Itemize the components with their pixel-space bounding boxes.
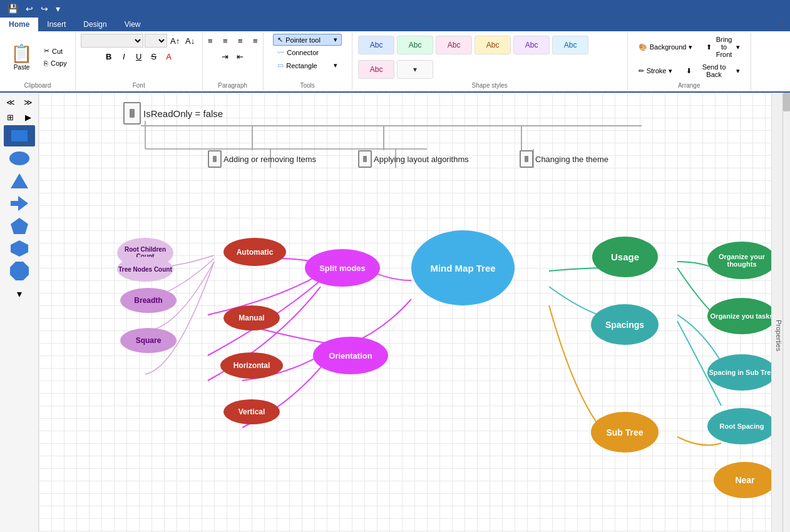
background-icon: 🎨 (639, 43, 647, 51)
pentagon-shape-button[interactable] (4, 215, 35, 237)
copy-button[interactable]: ⎘ Copy (41, 58, 70, 69)
rect-dropdown-icon: ▾ (334, 61, 337, 69)
strikethrough-button[interactable]: S (147, 49, 161, 63)
shape-style-3[interactable]: Abc (436, 36, 472, 54)
align-right-button[interactable]: ≡ (233, 34, 247, 48)
ribbon-collapse-button[interactable]: ∧ (774, 18, 790, 31)
cut-icon: ✂ (44, 47, 49, 55)
orientation-node[interactable]: Orientation (313, 337, 388, 374)
outdent-button[interactable]: ⇤ (233, 49, 247, 63)
cut-button[interactable]: ✂ Cut (41, 45, 70, 57)
rectangle-tool-button[interactable]: ▭ Rectangle ▾ (273, 59, 342, 71)
shape-style-2[interactable]: Abc (397, 36, 433, 54)
ellipse-shape-button[interactable] (4, 148, 35, 169)
svg-marker-5 (11, 240, 28, 257)
automatic-node[interactable]: Automatic (223, 238, 286, 266)
tab-home[interactable]: Home (0, 18, 38, 31)
tab-view[interactable]: View (116, 18, 150, 31)
breadth-node[interactable]: Breadth (120, 288, 177, 313)
stroke-button[interactable]: ✏ Stroke ▾ (633, 61, 679, 80)
bold-button[interactable]: B (102, 49, 116, 63)
shape-styles-label: Shape styles (472, 82, 508, 89)
shape-style-5[interactable]: Abc (513, 36, 550, 54)
shape-style-7[interactable]: Abc (358, 60, 394, 79)
arrange-group: 🎨 Background ▾ ⬆ Bring to Front ▾ ✏ Stro… (628, 33, 751, 90)
arrow-shape-button[interactable] (4, 193, 35, 214)
child1-icon (208, 150, 222, 168)
usage-node[interactable]: Usage (592, 237, 658, 277)
save-button[interactable]: 💾 (5, 3, 21, 15)
tab-design[interactable]: Design (74, 18, 115, 31)
indent-button[interactable]: ⇥ (218, 49, 232, 63)
shape-expand-icon[interactable]: ▶ (21, 110, 35, 124)
organize-thoughts-node[interactable]: Organize your thoughts (707, 242, 771, 279)
send-back-icon: ⬇ (686, 67, 692, 75)
scroll-down-button[interactable]: ▾ (4, 283, 35, 304)
tree-nodes-count-node[interactable]: Tree Nodes Count (117, 257, 173, 282)
ribbon: 📋 Paste ✂ Cut ⎘ Copy Clipboard A↑ (0, 31, 790, 93)
shape-nav-icon[interactable]: ⊞ (4, 110, 18, 124)
is-readonly-icon (123, 102, 141, 125)
bring-front-icon: ⬆ (706, 43, 712, 51)
redo-button[interactable]: ↪ (38, 3, 51, 15)
octagon-shape-button[interactable] (4, 260, 35, 282)
send-back-button[interactable]: ⬇ Send to Back ▾ (680, 61, 745, 80)
sub-tree-node[interactable]: Sub Tree (591, 412, 659, 453)
shape-style-1[interactable]: Abc (358, 36, 394, 54)
arrange-label: Arrange (678, 82, 700, 89)
child1-container: Adding or removing Items (208, 150, 316, 168)
ribbon-tabs: Home Insert Design View ∧ (0, 18, 790, 31)
justify-button[interactable]: ≡ (249, 34, 262, 48)
align-center-button[interactable]: ≡ (218, 34, 232, 48)
manual-node[interactable]: Manual (223, 305, 280, 330)
font-family-select[interactable] (81, 34, 143, 48)
header-line (141, 125, 642, 126)
paste-button[interactable]: 📋 Paste (5, 41, 38, 73)
shape-styles-more[interactable]: ▾ (397, 60, 433, 79)
triangle-shape-button[interactable] (4, 170, 35, 192)
left-toolbar: ≪ ≫ ⊞ ▶ (0, 93, 39, 532)
root-spacing-node[interactable]: Root Spacing (707, 408, 771, 444)
shape-style-6[interactable]: Abc (552, 36, 588, 54)
clipboard-label: Clipboard (24, 82, 51, 89)
bring-front-button[interactable]: ⬆ Bring to Front ▾ (700, 34, 745, 60)
quick-access-dropdown[interactable]: ▾ (53, 3, 63, 15)
canvas-area[interactable]: IsReadOnly = false Adding or removing It… (39, 93, 771, 532)
spacing-sub-tree-node[interactable]: Spacing in Sub Tree (707, 354, 771, 391)
background-button[interactable]: 🎨 Background ▾ (633, 34, 699, 60)
spacings-node[interactable]: Spacings (591, 304, 659, 345)
rectangle-shape-button[interactable] (4, 125, 35, 146)
underline-button[interactable]: U (132, 49, 146, 63)
align-left-button[interactable]: ≡ (203, 34, 217, 48)
increase-font-button[interactable]: A↑ (168, 34, 182, 48)
shape-styles-group: Abc Abc Abc Abc Abc Abc Abc ▾ Shape styl… (352, 33, 628, 90)
horizontal-node[interactable]: Horizontal (220, 352, 283, 379)
pointer-tool-button[interactable]: ↖ Pointer tool ▾ (273, 34, 342, 46)
is-readonly-container: IsReadOnly = false (123, 102, 223, 125)
connector-tool-button[interactable]: 〰 Connector (273, 47, 342, 58)
font-size-select[interactable] (145, 34, 167, 48)
vertical-node[interactable]: Vertical (223, 399, 280, 424)
near-node[interactable]: Near (714, 462, 771, 498)
expand-left-button[interactable]: ≪ (4, 95, 18, 109)
arrow-shape-icon (9, 195, 29, 212)
bf-dropdown-icon: ▾ (736, 43, 740, 51)
properties-panel[interactable]: Properties (771, 93, 782, 532)
mind-map-tree-node[interactable]: Mind Map Tree (411, 230, 515, 305)
copy-icon: ⎘ (44, 59, 48, 67)
split-modes-node[interactable]: Split modes (305, 249, 380, 287)
expand-right-button[interactable]: ≫ (21, 95, 35, 109)
shape-style-4[interactable]: Abc (475, 36, 511, 54)
decrease-font-button[interactable]: A↓ (183, 34, 197, 48)
italic-button[interactable]: I (117, 49, 131, 63)
scrollbar-thumb[interactable] (783, 93, 790, 111)
tab-insert[interactable]: Insert (38, 18, 74, 31)
organize-tasks-node[interactable]: Organize you tasks (707, 298, 771, 334)
font-color-button[interactable]: A (162, 49, 176, 63)
square-node[interactable]: Square (120, 328, 177, 353)
ellipse-shape-icon (8, 150, 31, 166)
hexagon-shape-button[interactable] (4, 238, 35, 259)
undo-button[interactable]: ↩ (23, 3, 36, 15)
vertical-scrollbar[interactable] (782, 93, 790, 532)
vert-line-2 (383, 125, 384, 150)
